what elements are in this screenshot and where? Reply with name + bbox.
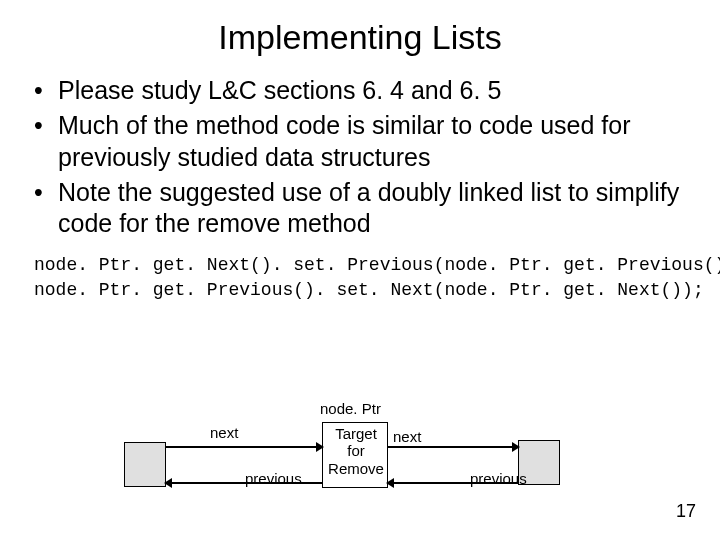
previous-label-1: previous	[245, 470, 302, 487]
node-left	[124, 442, 166, 487]
page-number: 17	[676, 501, 696, 522]
slide-title: Implementing Lists	[0, 18, 720, 57]
code-line: node. Ptr. get. Next(). set. Previous(no…	[34, 253, 720, 277]
arrow-next-2-head	[512, 442, 520, 452]
node-target-text: Target for Remove	[323, 425, 389, 477]
arrow-prev-1-head	[164, 478, 172, 488]
arrow-prev-2-head	[386, 478, 394, 488]
code-line: node. Ptr. get. Previous(). set. Next(no…	[34, 278, 720, 302]
bullet-item: Note the suggested use of a doubly linke…	[28, 177, 680, 240]
linked-list-diagram: Target for Remove node. Ptr next next pr…	[110, 402, 630, 522]
nodeptr-label: node. Ptr	[320, 400, 381, 417]
bullet-list: Please study L&C sections 6. 4 and 6. 5 …	[28, 75, 680, 239]
arrow-prev-1-line	[172, 482, 322, 484]
previous-label-2: previous	[470, 470, 527, 487]
target-line2: for	[347, 442, 365, 459]
bullet-item: Much of the method code is similar to co…	[28, 110, 680, 173]
arrow-next-1-head	[316, 442, 324, 452]
arrow-next-1-line	[166, 446, 316, 448]
bullet-item: Please study L&C sections 6. 4 and 6. 5	[28, 75, 680, 106]
arrow-next-2-line	[388, 446, 512, 448]
arrow-prev-2-line	[394, 482, 518, 484]
target-line3: Remove	[328, 460, 384, 477]
target-line1: Target	[335, 425, 377, 442]
next-label-1: next	[210, 424, 238, 441]
next-label-2: next	[393, 428, 421, 445]
node-target: Target for Remove	[322, 422, 388, 488]
code-block: node. Ptr. get. Next(). set. Previous(no…	[34, 253, 720, 302]
